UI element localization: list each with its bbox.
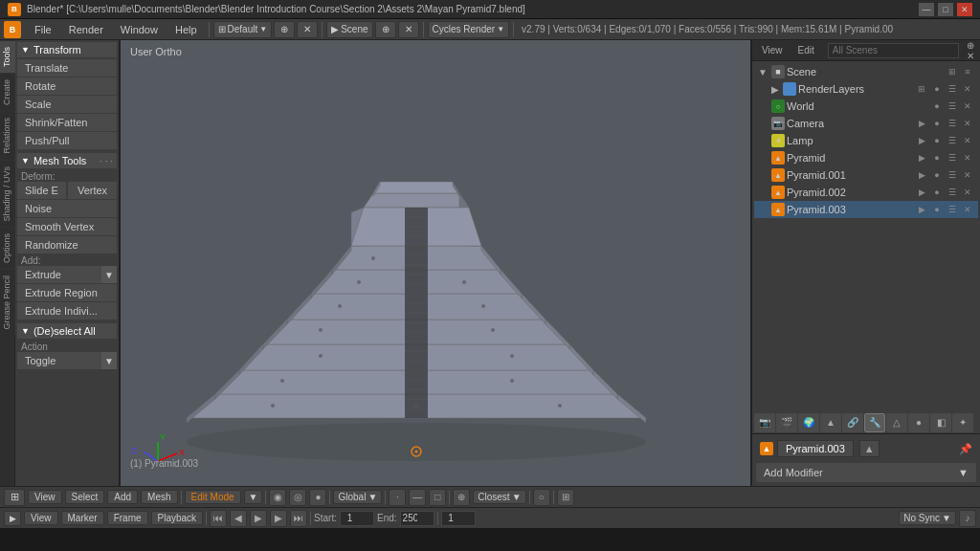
extrude-indiv-btn[interactable]: Extrude Indivi... (17, 302, 117, 320)
outliner-camera[interactable]: 📷 Camera ▶ ● ☰ ✕ (754, 115, 978, 132)
rl-ctrl2[interactable]: ● (930, 82, 944, 96)
outliner-pyramid001[interactable]: ▲ Pyramid.001 ▶ ● ☰ ✕ (754, 166, 978, 184)
tl-frame-btn[interactable]: Frame (107, 511, 148, 525)
menu-window[interactable]: Window (113, 22, 166, 37)
shrink-fatten-btn[interactable]: Shrink/Fatten (17, 114, 117, 131)
vertex-btn[interactable]: Vertex (68, 182, 117, 199)
py3-ctrl2[interactable]: ● (930, 203, 944, 216)
py-ctrl1[interactable]: ▶ (915, 151, 928, 165)
py2-ctrl2[interactable]: ● (930, 186, 944, 199)
py3-ctrl1[interactable]: ▶ (915, 203, 928, 216)
minimize-button[interactable]: — (919, 3, 934, 16)
prev-frame-btn[interactable]: ◀ (230, 510, 247, 527)
toggle-arrow[interactable]: ▼ (101, 352, 117, 369)
viewport[interactable]: User Ortho (121, 40, 750, 486)
mesh-display-btn[interactable]: ⊞ (557, 489, 574, 506)
outliner-renderlayers[interactable]: ▶ RenderLayers ⊞ ● ☰ ✕ (754, 80, 978, 98)
proportional-btn[interactable]: ○ (533, 489, 550, 506)
py1-ctrl4[interactable]: ✕ (961, 168, 974, 182)
audio-btn[interactable]: ♪ (959, 510, 976, 527)
scene-ctrl1[interactable]: ⊞ (946, 65, 959, 78)
scene-search[interactable] (828, 43, 959, 58)
cam-ctrl3[interactable]: ☰ (946, 117, 959, 130)
tab-view[interactable]: View (756, 43, 789, 57)
cam-ctrl1[interactable]: ▶ (915, 117, 928, 130)
vp-select-btn[interactable]: Select (65, 490, 105, 504)
tab-grease-pencil[interactable]: Grease Pencil (0, 269, 15, 336)
tab-create[interactable]: Create (0, 73, 15, 111)
deselect-all-header[interactable]: ▼ (De)select All (17, 323, 117, 339)
py1-ctrl3[interactable]: ☰ (946, 168, 959, 182)
smooth-vertex-btn[interactable]: Smooth Vertex (17, 218, 117, 235)
menu-help[interactable]: Help (167, 22, 205, 37)
py1-ctrl2[interactable]: ● (930, 168, 944, 182)
outliner-world[interactable]: ○ World ● ☰ ✕ (754, 98, 978, 115)
vertex-select-btn[interactable]: · (389, 489, 406, 506)
py1-ctrl1[interactable]: ▶ (915, 168, 928, 182)
wire-shading-btn[interactable]: ◎ (289, 489, 306, 506)
extrude-btn[interactable]: Extrude (17, 266, 101, 283)
vp-add-btn[interactable]: Add (107, 490, 138, 504)
prop-world-btn[interactable]: 🌍 (798, 413, 819, 432)
play-btn[interactable]: ▶ (250, 510, 267, 527)
rl-ctrl3[interactable]: ☰ (946, 82, 959, 96)
extrude-region-btn[interactable]: Extrude Region (17, 284, 117, 301)
cam-ctrl2[interactable]: ● (930, 117, 944, 130)
close-button[interactable]: ✕ (957, 3, 972, 16)
scale-btn[interactable]: Scale (17, 96, 117, 113)
next-frame-btn[interactable]: ▶ (270, 510, 287, 527)
sync-dropdown[interactable]: No Sync ▼ (899, 511, 956, 525)
render-engine-dropdown[interactable]: Cycles Render ▼ (428, 21, 510, 38)
py2-ctrl3[interactable]: ☰ (946, 186, 959, 199)
tab-relations[interactable]: Relations (0, 111, 15, 160)
viewport-icon-btn[interactable]: ⊞ (4, 489, 25, 506)
cam-ctrl4[interactable]: ✕ (961, 117, 974, 130)
global-dropdown[interactable]: Global ▼ (333, 490, 382, 504)
prev-keyframe-btn[interactable]: ⏮ (210, 510, 227, 527)
edit-mode-dropdown[interactable]: ▼ (244, 490, 263, 504)
py3-ctrl4[interactable]: ✕ (961, 203, 974, 216)
w-ctrl3[interactable]: ✕ (961, 99, 974, 113)
extrude-arrow[interactable]: ▼ (101, 266, 117, 283)
randomize-btn[interactable]: Randomize (17, 236, 117, 253)
py-ctrl2[interactable]: ● (930, 151, 944, 165)
props-pin-btn[interactable]: 📌 (959, 443, 972, 455)
lamp-ctrl2[interactable]: ● (930, 134, 944, 147)
w-ctrl1[interactable]: ● (930, 99, 944, 113)
outliner-pyramid002[interactable]: ▲ Pyramid.002 ▶ ● ☰ ✕ (754, 184, 978, 201)
timeline-icon-btn[interactable]: ▶ (4, 511, 21, 526)
tab-sort[interactable]: Edit (792, 43, 820, 57)
prop-constraints-btn[interactable]: 🔗 (842, 413, 863, 432)
toggle-dropdown[interactable]: Toggle ▼ (17, 352, 117, 369)
del-scene-btn[interactable]: ✕ (398, 21, 419, 38)
maximize-button[interactable]: □ (938, 3, 953, 16)
translate-btn[interactable]: Translate (17, 59, 117, 77)
current-frame-input[interactable] (441, 511, 476, 526)
outliner-pyramid[interactable]: ▲ Pyramid ▶ ● ☰ ✕ (754, 149, 978, 166)
outliner-scene[interactable]: ▼ ■ Scene ⊞ ≡ (754, 63, 978, 80)
prop-material-btn[interactable]: ● (908, 413, 929, 432)
triangle-icon-btn[interactable]: ▲ (859, 440, 880, 457)
py2-ctrl1[interactable]: ▶ (915, 186, 928, 199)
prop-scene-btn[interactable]: 🎬 (776, 413, 797, 432)
edge-select-btn[interactable]: — (409, 489, 426, 506)
del-screen-btn[interactable]: ✕ (297, 21, 318, 38)
prop-texture-btn[interactable]: ◧ (930, 413, 951, 432)
tab-tools[interactable]: Tools (0, 40, 15, 73)
rl-ctrl4[interactable]: ✕ (961, 82, 974, 96)
extrude-dropdown[interactable]: Extrude ▼ (17, 266, 117, 283)
scene-dropdown[interactable]: ▶ Scene (326, 21, 372, 38)
tab-options[interactable]: Options (0, 227, 15, 269)
py-ctrl3[interactable]: ☰ (946, 151, 959, 165)
tab-shading-uvs[interactable]: Shading / UVs (0, 160, 15, 228)
scene-ctrl2[interactable]: ≡ (961, 65, 974, 78)
tl-marker-btn[interactable]: Marker (61, 511, 104, 525)
lamp-ctrl4[interactable]: ✕ (961, 134, 974, 147)
solid-shading-btn[interactable]: ◉ (269, 489, 286, 506)
lamp-ctrl1[interactable]: ▶ (915, 134, 928, 147)
py3-ctrl3[interactable]: ☰ (946, 203, 959, 216)
prop-obj-btn[interactable]: ▲ (820, 413, 841, 432)
start-frame-input[interactable] (340, 511, 374, 526)
snap-dropdown[interactable]: Closest ▼ (473, 490, 525, 504)
vp-mesh-btn[interactable]: Mesh (141, 490, 177, 504)
